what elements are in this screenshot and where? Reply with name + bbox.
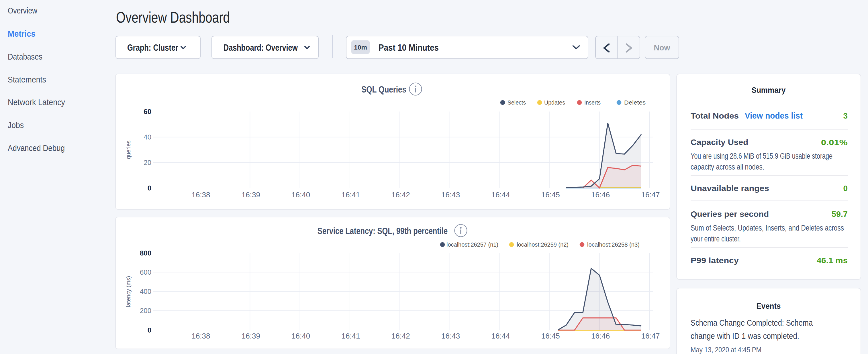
svg-text:16:42: 16:42 [392,332,410,340]
svg-text:400: 400 [140,288,151,295]
svg-text:600: 600 [140,268,151,276]
svg-text:16:41: 16:41 [341,332,360,340]
svg-text:16:45: 16:45 [541,190,560,199]
svg-text:60: 60 [144,108,151,116]
svg-text:Network Latency: Network Latency [8,98,65,107]
svg-text:your entire cluster.: your entire cluster. [691,234,741,243]
svg-text:localhost:26258 (n3): localhost:26258 (n3) [587,242,640,248]
svg-text:Schema Change Completed: Schem: Schema Change Completed: Schema [691,318,813,327]
svg-text:16:40: 16:40 [291,332,310,340]
svg-text:800: 800 [140,249,151,257]
svg-text:16:39: 16:39 [242,332,260,340]
svg-text:0.01%: 0.01% [821,138,848,147]
svg-text:16:41: 16:41 [341,190,360,199]
svg-text:queries: queries [125,140,131,159]
svg-text:0: 0 [843,184,848,193]
svg-text:200: 200 [140,307,151,315]
svg-text:0: 0 [148,184,151,192]
svg-text:16:47: 16:47 [641,190,660,199]
svg-text:16:46: 16:46 [591,190,610,199]
svg-text:10m: 10m [354,44,367,51]
svg-text:May 13, 2020 at 4:45 PM: May 13, 2020 at 4:45 PM [691,345,762,354]
svg-text:Now: Now [654,43,671,52]
svg-text:Events: Events [756,301,781,311]
svg-text:Updates: Updates [544,99,565,106]
svg-text:Overview Dashboard: Overview Dashboard [116,9,230,26]
svg-text:P99 latency: P99 latency [691,256,739,265]
svg-text:16:38: 16:38 [191,332,210,340]
svg-text:16:40: 16:40 [291,190,310,199]
svg-text:Capacity Used: Capacity Used [691,138,748,147]
svg-text:Graph: Cluster: Graph: Cluster [127,43,178,53]
svg-text:Deletes: Deletes [624,99,646,106]
svg-text:Unavailable ranges: Unavailable ranges [691,184,769,193]
svg-text:16:46: 16:46 [591,332,610,340]
svg-text:16:42: 16:42 [392,190,410,199]
svg-text:16:43: 16:43 [441,332,460,340]
svg-text:16:44: 16:44 [491,332,510,340]
svg-text:You are using 28.6 MiB of 515.: You are using 28.6 MiB of 515.9 GiB usab… [691,152,833,160]
svg-text:capacity across all nodes.: capacity across all nodes. [691,162,764,171]
svg-text:SQL Queries: SQL Queries [361,84,406,95]
svg-text:localhost:26259 (n2): localhost:26259 (n2) [517,242,568,248]
svg-text:Summary: Summary [752,86,786,95]
svg-text:Sum of Selects, Updates, Inser: Sum of Selects, Updates, Inserts, and De… [691,223,844,232]
svg-text:16:44: 16:44 [491,190,510,199]
svg-text:View nodes list: View nodes list [745,111,803,120]
svg-text:Inserts: Inserts [584,99,601,106]
svg-text:16:38: 16:38 [191,190,210,199]
svg-text:16:43: 16:43 [441,190,460,199]
svg-text:20: 20 [144,159,151,166]
svg-text:Selects: Selects [507,99,526,106]
svg-text:16:47: 16:47 [641,332,660,340]
svg-text:Total Nodes: Total Nodes [691,111,739,120]
svg-text:16:45: 16:45 [541,332,560,340]
svg-text:59.7: 59.7 [832,210,848,219]
svg-text:Overview: Overview [8,6,37,15]
svg-text:16:39: 16:39 [242,190,260,199]
svg-text:Dashboard: Overview: Dashboard: Overview [223,43,298,53]
svg-text:Advanced Debug: Advanced Debug [8,143,65,153]
svg-text:latency (ms): latency (ms) [125,276,131,307]
svg-text:Metrics: Metrics [8,29,35,38]
svg-text:Databases: Databases [8,52,42,61]
svg-text:3: 3 [843,111,848,120]
svg-text:0: 0 [148,326,151,334]
svg-text:change with ID 1 was completed: change with ID 1 was completed. [691,331,799,341]
svg-text:Service Latency: SQL, 99th per: Service Latency: SQL, 99th percentile [317,226,447,236]
svg-text:localhost:26257 (n1): localhost:26257 (n1) [446,242,498,248]
svg-text:40: 40 [144,133,151,141]
svg-text:Past 10 Minutes: Past 10 Minutes [378,43,439,53]
svg-text:46.1 ms: 46.1 ms [817,256,848,265]
svg-text:Statements: Statements [8,75,46,84]
svg-text:Queries per second: Queries per second [691,210,769,219]
svg-text:Jobs: Jobs [8,121,24,130]
